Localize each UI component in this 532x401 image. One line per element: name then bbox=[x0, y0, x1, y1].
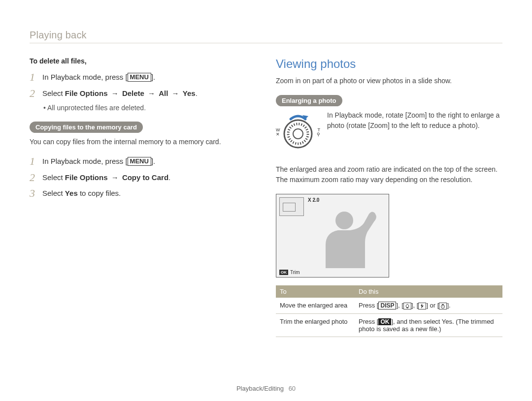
text-part: ], [ bbox=[411, 302, 418, 309]
step-text: In Playback mode, press [MENU]. bbox=[42, 156, 155, 167]
step-text-part: . bbox=[168, 173, 170, 182]
text-part: In Playback mode, rotate [ bbox=[327, 111, 407, 119]
step-number: 2 bbox=[30, 88, 42, 99]
enlarging-pill: Enlarging a photo bbox=[276, 95, 342, 106]
step-bold: Yes bbox=[183, 89, 196, 97]
page-number: 60 bbox=[289, 385, 296, 392]
flash-icon bbox=[418, 303, 426, 309]
trim-label: Trim bbox=[290, 270, 300, 275]
svg-point-2 bbox=[293, 129, 303, 139]
menu-button-icon: MENU bbox=[128, 157, 151, 166]
viewing-photos-title: Viewing photos bbox=[276, 57, 502, 71]
step-3b: 3 Select Yes to copy files. bbox=[30, 188, 256, 199]
zoom-dial-row: W ✕ T ⚲ In Playb bbox=[276, 110, 502, 154]
dial-wide-icon: ✕ bbox=[276, 132, 280, 137]
step-2: 2 Select File Options → Delete → All → Y… bbox=[30, 88, 256, 99]
step-bold: File Options bbox=[65, 89, 108, 97]
step-bold: Copy to Card bbox=[122, 173, 168, 182]
text-part: ], [ bbox=[396, 302, 403, 309]
step-text-part: . bbox=[196, 89, 198, 97]
step-text-part: In Playback mode, press [ bbox=[42, 157, 128, 165]
step-text-part: Select bbox=[42, 173, 65, 182]
ok-icon: OK bbox=[279, 270, 288, 275]
dial-right-labels: T ⚲ bbox=[317, 128, 320, 137]
step-text-part: Select bbox=[42, 89, 65, 97]
trim-photo-action: Press [OK], and then select Yes. (The tr… bbox=[355, 314, 502, 337]
actions-table: To Do this Move the enlarged area Press … bbox=[276, 285, 502, 337]
step-number: 1 bbox=[30, 156, 42, 167]
step-bold: File Options bbox=[65, 173, 108, 182]
zoom-ratio-label: X 2.0 bbox=[308, 197, 319, 203]
copying-files-pill: Copying files to the memory card bbox=[30, 122, 143, 133]
footer-section: Playback/Editing bbox=[236, 385, 284, 392]
arrow-icon: → bbox=[108, 89, 122, 97]
step-text-part: In Playback mode, press [ bbox=[42, 73, 128, 81]
step-text-part: ]. bbox=[151, 73, 155, 81]
step-text-part: Select bbox=[42, 189, 65, 197]
dial-instruction: In Playback mode, rotate [Zoom] to the r… bbox=[327, 110, 502, 131]
table-header-to: To bbox=[276, 285, 355, 298]
silhouette-icon bbox=[311, 203, 385, 268]
step-text: Select File Options → Delete → All → Yes… bbox=[42, 88, 198, 99]
delete-all-heading: To delete all files, bbox=[30, 57, 256, 65]
step-bold: Delete bbox=[122, 89, 144, 97]
trim-bar: OK Trim bbox=[279, 270, 300, 275]
timer-icon bbox=[439, 303, 447, 309]
text-part: ], and then select bbox=[391, 318, 441, 325]
table-row: Trim the enlarged photo Press [OK], and … bbox=[276, 314, 502, 337]
step-bold: All bbox=[159, 89, 168, 97]
right-column: Viewing photos Zoom in on part of a phot… bbox=[276, 57, 502, 337]
zoom-preview-illustration: X 2.0 OK Trim bbox=[276, 194, 389, 278]
yes-bold: Yes bbox=[442, 318, 452, 325]
text-part: Press [ bbox=[359, 318, 378, 325]
svg-point-1 bbox=[288, 124, 308, 144]
zoom-info-paragraph: The enlarged area and zoom ratio are ind… bbox=[276, 164, 502, 185]
text-part: ]. bbox=[447, 302, 450, 309]
zoom-dial-icon: W ✕ T ⚲ bbox=[276, 110, 320, 154]
zoom-bold: Zoom bbox=[370, 122, 388, 129]
table-header-row: To Do this bbox=[276, 285, 502, 298]
text-part: ] or [ bbox=[426, 302, 439, 309]
table-row: Move the enlarged area Press [DISP], [],… bbox=[276, 298, 502, 314]
zoom-navigator-icon bbox=[279, 197, 304, 216]
move-area-label: Move the enlarged area bbox=[276, 298, 355, 314]
chapter-heading: Playing back bbox=[30, 30, 502, 41]
dial-left-labels: W ✕ bbox=[276, 128, 280, 137]
step-bold: Yes bbox=[65, 189, 78, 197]
step-number: 1 bbox=[30, 72, 42, 83]
step-text-part: ]. bbox=[151, 157, 155, 165]
bullet-note: All unprotected files are deleted. bbox=[43, 104, 256, 112]
step-number: 2 bbox=[30, 172, 42, 183]
ok-button-icon: OK bbox=[378, 318, 391, 325]
divider bbox=[30, 43, 502, 43]
viewing-intro: Zoom in on part of a photo or view photo… bbox=[276, 76, 502, 86]
zoom-bold: Zoom bbox=[407, 111, 425, 119]
disp-button-icon: DISP bbox=[378, 302, 396, 309]
two-column-layout: To delete all files, 1 In Playback mode,… bbox=[30, 57, 502, 337]
svg-marker-4 bbox=[421, 304, 424, 308]
left-column: To delete all files, 1 In Playback mode,… bbox=[30, 57, 256, 337]
menu-button-icon: MENU bbox=[128, 73, 151, 82]
step-2b: 2 Select File Options → Copy to Card. bbox=[30, 172, 256, 184]
step-number: 3 bbox=[30, 188, 42, 199]
step-text: Select File Options → Copy to Card. bbox=[42, 172, 170, 184]
text-part: ] to the left to reduce a photo). bbox=[388, 122, 480, 129]
step-1b: 1 In Playback mode, press [MENU]. bbox=[30, 156, 256, 167]
trim-photo-label: Trim the enlarged photo bbox=[276, 314, 355, 337]
arrow-icon: → bbox=[108, 173, 122, 182]
step-text: In Playback mode, press [MENU]. bbox=[42, 72, 155, 83]
step-text-part: to copy files. bbox=[78, 189, 121, 197]
arrow-icon: → bbox=[168, 89, 182, 97]
zoom-navigator-viewport bbox=[283, 203, 296, 212]
step-1: 1 In Playback mode, press [MENU]. bbox=[30, 72, 256, 83]
table-header-dothis: Do this bbox=[355, 285, 502, 298]
arrow-icon: → bbox=[144, 89, 159, 97]
manual-page: Playing back To delete all files, 1 In P… bbox=[0, 0, 532, 352]
dial-tele-icon: ⚲ bbox=[317, 132, 320, 137]
step-text: Select Yes to copy files. bbox=[42, 188, 121, 199]
text-part: Press [ bbox=[359, 302, 378, 309]
page-footer: Playback/Editing 60 bbox=[0, 385, 532, 392]
move-area-action: Press [DISP], [], [] or []. bbox=[355, 298, 502, 314]
macro-icon bbox=[403, 303, 411, 309]
copying-desc: You can copy files from the internal mem… bbox=[30, 137, 256, 147]
